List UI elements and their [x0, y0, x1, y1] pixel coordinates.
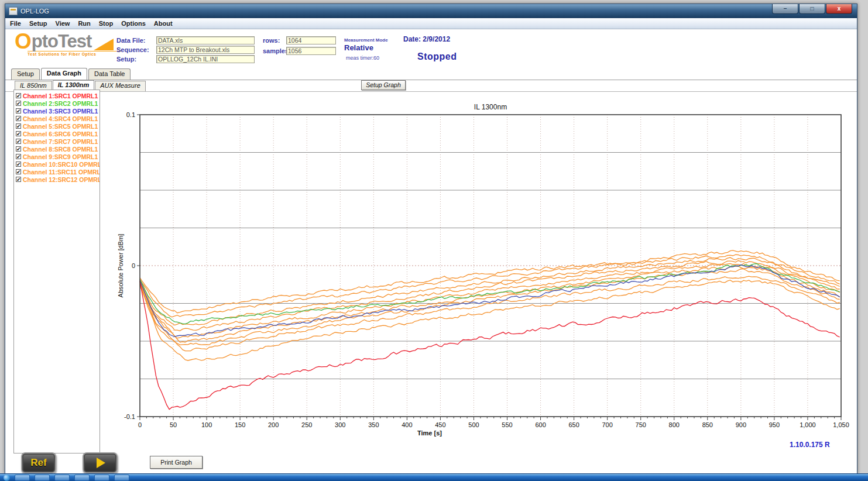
main-tab-strip: SetupData GraphData Table	[11, 68, 132, 80]
taskbar-app-icon[interactable]	[114, 475, 129, 481]
sequence-input[interactable]	[156, 46, 255, 54]
channel-label-4: Channel 4:SRC4 OPMRL1 (	[23, 115, 100, 122]
channel-label-8: Channel 8:SRC8 OPMRL1 (	[23, 146, 100, 153]
taskbar-app-icon[interactable]	[94, 475, 109, 481]
samples-input[interactable]	[286, 47, 336, 55]
start-orb-icon[interactable]	[4, 475, 10, 481]
channel-checkbox-4[interactable]: ✔	[16, 116, 21, 121]
maximize-button[interactable]: □	[799, 4, 825, 14]
x-tick-label: 750	[636, 421, 646, 428]
menu-item-about[interactable]: About	[154, 20, 173, 27]
channel-label-3: Channel 3:SRC3 OPMRL1 (	[23, 108, 100, 115]
taskbar-app-icon[interactable]	[35, 475, 50, 481]
logo-letter-o: O	[15, 33, 32, 50]
logo-text: ptoTest	[32, 33, 92, 50]
y-tick-label: 0	[132, 262, 135, 269]
channel-checkbox-1[interactable]: ✔	[16, 93, 21, 98]
title-bar[interactable]: OPL-LOG	[5, 4, 857, 18]
taskbar-app-icon[interactable]	[74, 475, 90, 481]
channel-row-8: ✔Channel 8:SRC8 OPMRL1 (	[15, 145, 100, 153]
channel-row-3: ✔Channel 3:SRC3 OPMRL1 (	[15, 107, 100, 115]
channel-label-12: Channel 12:SRC12 OPMRL	[23, 176, 100, 183]
channel-label-10: Channel 10:SRC10 OPMRL	[23, 161, 100, 168]
header-panel: OptoTest Test Solutions for Fiber Optics…	[5, 29, 857, 68]
x-tick-label: 0	[138, 421, 142, 428]
logo-triangle-icon	[94, 39, 114, 50]
data-file-input[interactable]	[156, 36, 255, 44]
sequence-label: Sequence:	[116, 46, 149, 53]
taskbar-app-icon[interactable]	[15, 475, 30, 481]
setup-label: Setup:	[116, 56, 136, 63]
chart-title: IL 1300nm	[474, 103, 507, 111]
channel-checkbox-11[interactable]: ✔	[16, 169, 21, 174]
y-axis-title: Absolute Power [dBm]	[117, 234, 124, 298]
channel-checkbox-9[interactable]: ✔	[16, 154, 21, 159]
opl-log-window: OPL-LOG – □ x FileSetupViewRunStopOption…	[5, 4, 857, 474]
date-label: Date:	[403, 35, 421, 43]
menu-bar: FileSetupViewRunStopOptionsAbout	[5, 18, 857, 29]
meas-timer-text: meas timer:60	[346, 55, 379, 61]
optotest-logo: OptoTest Test Solutions for Fiber Optics	[15, 33, 123, 56]
x-tick-label: 950	[769, 421, 780, 428]
tab-setup[interactable]: Setup	[11, 68, 40, 80]
x-tick-label: 1,050	[833, 421, 849, 428]
channel-checkbox-12[interactable]: ✔	[16, 177, 21, 182]
channel-checkbox-7[interactable]: ✔	[16, 139, 21, 144]
tab-data-graph[interactable]: Data Graph	[41, 68, 87, 80]
print-graph-button[interactable]: Print Graph	[150, 456, 203, 469]
close-button[interactable]: x	[826, 4, 852, 14]
caption-buttons: – □ x	[771, 4, 852, 14]
channel-row-12: ✔Channel 12:SRC12 OPMRL	[15, 176, 100, 183]
channel-row-2: ✔Channel 2:SRC2 OPMRL1 (	[15, 99, 100, 107]
play-icon	[97, 458, 105, 468]
menu-item-setup[interactable]: Setup	[29, 20, 47, 27]
channel-checkbox-10[interactable]: ✔	[16, 162, 21, 167]
taskbar-app-icon[interactable]	[54, 475, 70, 481]
channel-label-9: Channel 9:SRC9 OPMRL1 (	[23, 153, 100, 160]
setup-graph-button[interactable]: Setup Graph	[361, 80, 406, 90]
x-tick-label: 1,000	[800, 421, 816, 428]
x-tick-label: 100	[201, 421, 212, 428]
x-tick-label: 800	[669, 421, 680, 428]
y-tick-label: 0.1	[126, 111, 135, 118]
channel-row-6: ✔Channel 6:SRC6 OPMRL1 (	[15, 130, 100, 138]
setup-input[interactable]	[156, 55, 255, 63]
menu-item-view[interactable]: View	[56, 20, 70, 27]
channel-label-1: Channel 1:SRC1 OPMRL1 (	[23, 92, 100, 99]
menu-item-file[interactable]: File	[10, 20, 21, 27]
rows-input[interactable]	[286, 36, 336, 44]
channel-checkbox-8[interactable]: ✔	[16, 146, 21, 152]
menu-item-options[interactable]: Options	[121, 20, 146, 27]
version-text: 1.10.0.175 R	[790, 441, 830, 449]
tab-data-table[interactable]: Data Table	[88, 68, 131, 80]
date-value: 2/9/2012	[423, 35, 450, 43]
channel-label-6: Channel 6:SRC6 OPMRL1 (	[23, 130, 100, 138]
x-tick-label: 500	[468, 421, 479, 428]
channel-label-2: Channel 2:SRC2 OPMRL1 (	[23, 100, 100, 107]
channel-row-9: ✔Channel 9:SRC9 OPMRL1 (	[15, 153, 100, 160]
x-tick-label: 300	[335, 421, 345, 428]
channel-row-5: ✔Channel 5:SRC5 OPMRL1 (	[15, 122, 100, 130]
channel-checkbox-6[interactable]: ✔	[16, 131, 21, 136]
menu-item-stop[interactable]: Stop	[99, 20, 113, 27]
channel-checkbox-2[interactable]: ✔	[16, 101, 21, 106]
channel-row-10: ✔Channel 10:SRC10 OPMRL	[15, 160, 100, 168]
ref-button[interactable]: Ref	[21, 452, 56, 473]
x-tick-label: 400	[402, 421, 412, 428]
minimize-button[interactable]: –	[772, 4, 798, 14]
channel-row-11: ✔Channel 11:SRC11 OPMRL	[15, 168, 100, 176]
channel-checkbox-5[interactable]: ✔	[16, 123, 21, 129]
x-tick-label: 850	[702, 421, 713, 428]
x-tick-label: 150	[235, 421, 245, 428]
x-tick-label: 450	[435, 421, 445, 428]
tab-strip-divider	[5, 80, 857, 80]
x-tick-label: 600	[535, 421, 545, 428]
menu-item-run[interactable]: Run	[78, 20, 90, 27]
il-1300nm-chart: 0501001502002503003504004505005506006507…	[99, 90, 860, 453]
channel-checkbox-3[interactable]: ✔	[16, 108, 21, 114]
play-button[interactable]	[83, 452, 118, 473]
x-tick-label: 650	[568, 421, 579, 428]
windows-taskbar[interactable]	[0, 473, 868, 481]
date-row: Date: 2/9/2012	[403, 35, 450, 43]
status-text: Stopped	[417, 51, 457, 62]
